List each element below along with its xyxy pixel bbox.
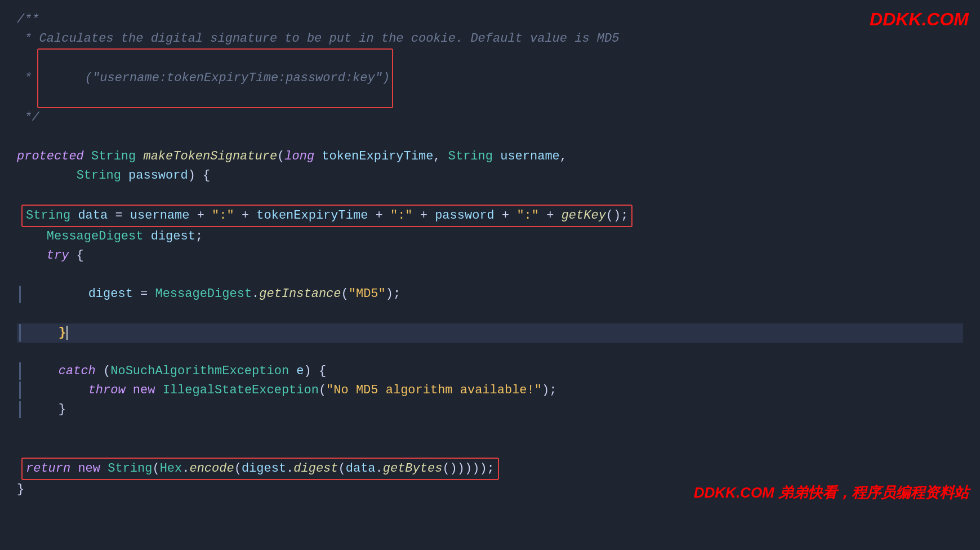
indent-bar	[19, 362, 21, 380]
code-text	[70, 459, 78, 478]
code-text: encode	[189, 459, 234, 478]
code-text: protected	[17, 147, 84, 166]
code-text: try	[47, 246, 69, 265]
code-text: String	[91, 147, 136, 166]
code-text: username	[130, 206, 190, 225]
line-blank-4	[17, 304, 963, 323]
code-text: * Calculates the digital signature to be…	[17, 29, 619, 48]
code-text: IllegalStateException	[163, 381, 319, 400]
line-4: */	[17, 108, 963, 127]
code-text	[126, 381, 133, 400]
code-text: +	[539, 206, 562, 225]
code-text	[155, 381, 162, 400]
code-text: digest	[242, 459, 286, 478]
code-text	[493, 147, 500, 166]
code-text: +	[495, 206, 517, 225]
code-text: MessageDigest	[47, 227, 144, 246]
code-text: data	[78, 206, 108, 225]
code-text	[17, 166, 77, 185]
code-text: }	[29, 400, 66, 419]
code-text: }	[17, 480, 24, 499]
code-text: (	[338, 459, 346, 478]
code-text: (	[319, 381, 326, 400]
code-text: +	[234, 206, 257, 225]
line-18: throw new IllegalStateException ( "No MD…	[17, 381, 963, 400]
code-text: username	[500, 147, 560, 166]
code-text: digest	[88, 285, 133, 304]
code-text: .	[252, 285, 259, 304]
code-text: +	[368, 206, 390, 225]
line-3: * ("username:tokenExpiryTime:password:ke…	[17, 48, 963, 108]
code-text: *	[17, 69, 39, 88]
code-text: "No MD5 algorithm available!"	[326, 381, 542, 400]
code-text: +	[413, 206, 435, 225]
code-text: ) {	[188, 166, 211, 185]
code-text: NoSuchAlgorithmException	[110, 362, 289, 381]
line-blank-5	[17, 343, 963, 362]
code-text: .	[376, 459, 383, 478]
code-text	[136, 147, 143, 166]
code-text	[70, 206, 78, 225]
code-text: catch	[59, 362, 96, 381]
code-text: String	[448, 147, 493, 166]
code-text: (	[96, 362, 110, 381]
code-text	[100, 459, 108, 478]
code-text	[29, 285, 88, 304]
code-text	[17, 246, 47, 265]
code-text	[17, 265, 77, 285]
code-text: password	[435, 206, 495, 225]
code-text	[289, 362, 296, 381]
cursor	[66, 326, 68, 339]
code-text: ("username:tokenExpiryTime:password:key"…	[85, 71, 390, 85]
code-text: ,	[433, 147, 448, 166]
indent-bar	[19, 401, 21, 419]
line-6: protected String makeTokenSignature ( lo…	[17, 147, 963, 166]
code-text: (	[234, 459, 242, 478]
line-blank-2	[17, 185, 963, 205]
line-blank-6	[17, 419, 963, 438]
code-text: makeTokenSignature	[143, 147, 277, 166]
code-text: .	[182, 459, 189, 478]
code-text: String	[26, 206, 70, 225]
code-text	[314, 147, 322, 166]
code-text: +	[189, 206, 212, 225]
code-text: tokenExpiryTime	[256, 206, 368, 225]
line-19: }	[17, 400, 963, 419]
watermark-bottom: DDKK.COM 弟弟快看，程序员编程资料站	[694, 481, 969, 504]
highlight-box-comment: ("username:tokenExpiryTime:password:key"…	[37, 48, 394, 108]
code-text: MessageDigest	[155, 285, 252, 304]
code-text: ":"	[390, 206, 413, 225]
code-text: e	[296, 362, 304, 381]
code-text: long	[284, 147, 314, 166]
code-text: getKey	[562, 206, 606, 225]
line-17: catch ( NoSuchAlgorithmException e ) {	[17, 362, 963, 381]
code-text	[29, 323, 59, 343]
code-text: }	[59, 323, 66, 343]
code-text: ,	[560, 147, 567, 166]
code-text: /**	[17, 10, 39, 29]
code-text: new	[78, 459, 100, 478]
code-text: ();	[606, 206, 629, 225]
code-text: new	[133, 381, 155, 400]
indent-bar	[19, 286, 21, 303]
line-22: return new String ( Hex . encode ( diges…	[17, 458, 963, 480]
code-text: ;	[195, 227, 203, 246]
code-text: digest	[293, 459, 338, 478]
code-text	[121, 166, 128, 185]
line-9: String data = username + ":" + tokenExpi…	[17, 205, 963, 227]
code-text: String	[108, 459, 152, 478]
code-text: ()))));	[442, 459, 494, 478]
highlight-box-return: return new String ( Hex . encode ( diges…	[21, 458, 499, 480]
code-text: );	[542, 381, 556, 400]
code-text: String	[77, 166, 121, 185]
code-text	[17, 227, 47, 246]
code-text: tokenExpiryTime	[322, 147, 433, 166]
code-editor: DDKK.COM /** * Calculates the digital si…	[0, 0, 980, 509]
line-10: MessageDigest digest ;	[17, 227, 963, 246]
code-text	[29, 381, 88, 400]
code-text: ":"	[516, 206, 539, 225]
code-text: data	[346, 459, 376, 478]
code-text: getBytes	[383, 459, 443, 478]
line-blank-1	[17, 128, 963, 147]
indent-bar	[19, 324, 21, 341]
